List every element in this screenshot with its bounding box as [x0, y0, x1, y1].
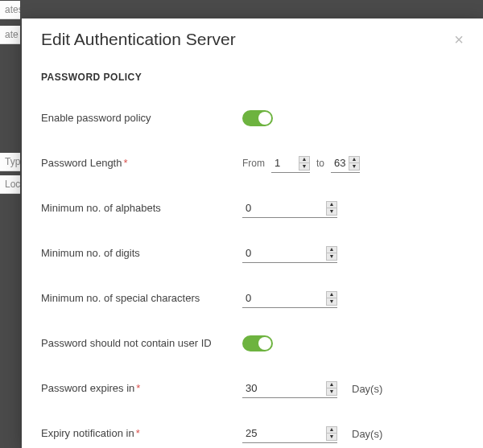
stepper-icon[interactable]: ▲▼ — [299, 156, 310, 171]
row-password-length: Password Length* From ▲▼ to ▲▼ — [41, 152, 454, 175]
input-length-to[interactable]: ▲▼ — [331, 154, 360, 173]
row-min-digits: Minimum no. of digits ▲▼ — [41, 242, 454, 265]
input-length-to-field[interactable] — [331, 155, 349, 171]
label-min-digits: Minimum no. of digits — [41, 246, 242, 261]
label-notify: Expiry notification in* — [41, 426, 242, 441]
section-title: PASSWORD POLICY — [41, 72, 454, 83]
input-min-digits-field[interactable] — [242, 245, 326, 261]
input-length-from-field[interactable] — [271, 155, 299, 171]
input-expires-field[interactable] — [242, 380, 326, 396]
row-notify: Expiry notification in* ▲▼ Day(s) — [41, 422, 454, 445]
bg-row: ate — [0, 26, 20, 44]
modal-body-wrap: PASSWORD POLICY Enable password policy P… — [22, 57, 483, 448]
required-marker: * — [123, 157, 127, 169]
bg-row: Loc — [0, 175, 20, 194]
stepper-icon[interactable]: ▲▼ — [349, 156, 360, 171]
label-password-length: Password Length* — [41, 156, 242, 171]
input-min-special-field[interactable] — [242, 290, 326, 306]
input-length-from[interactable]: ▲▼ — [271, 154, 310, 173]
row-no-userid: Password should not contain user ID — [41, 332, 454, 355]
input-notify[interactable]: ▲▼ — [242, 424, 337, 443]
label-min-special: Minimum no. of special characters — [41, 291, 242, 306]
modal-title: Edit Authentication Server — [41, 30, 236, 49]
label-from: From — [242, 158, 265, 169]
row-expires: Password expires in* ▲▼ Day(s) — [41, 377, 454, 400]
row-min-alphabets: Minimum no. of alphabets ▲▼ — [41, 197, 454, 220]
modal-body[interactable]: PASSWORD POLICY Enable password policy P… — [22, 57, 483, 448]
modal-header: Edit Authentication Server × — [22, 18, 483, 57]
input-notify-field[interactable] — [242, 425, 326, 441]
bg-row: Typ — [0, 153, 20, 171]
stepper-icon[interactable]: ▲▼ — [326, 426, 337, 441]
input-min-digits[interactable]: ▲▼ — [242, 244, 337, 263]
row-enable-policy: Enable password policy — [41, 107, 454, 129]
label-no-userid: Password should not contain user ID — [41, 336, 242, 351]
label-to: to — [316, 158, 324, 169]
label-enable-policy: Enable password policy — [41, 111, 242, 125]
input-min-alphabets[interactable]: ▲▼ — [242, 199, 337, 218]
toggle-no-userid[interactable] — [242, 335, 273, 351]
row-min-special: Minimum no. of special characters ▲▼ — [41, 287, 454, 310]
bg-row: ates — [0, 1, 20, 19]
toggle-enable-policy[interactable] — [242, 110, 273, 126]
input-min-alphabets-field[interactable] — [242, 200, 326, 216]
edit-auth-server-modal: Edit Authentication Server × PASSWORD PO… — [22, 18, 483, 448]
stepper-icon[interactable]: ▲▼ — [326, 201, 337, 216]
stepper-icon[interactable]: ▲▼ — [326, 246, 337, 261]
input-min-special[interactable]: ▲▼ — [242, 289, 337, 308]
unit-days: Day(s) — [352, 383, 382, 395]
label-min-alphabets: Minimum no. of alphabets — [41, 201, 242, 216]
label-expires: Password expires in* — [41, 381, 242, 396]
required-marker: * — [136, 382, 140, 394]
unit-days: Day(s) — [352, 428, 382, 440]
input-expires[interactable]: ▲▼ — [242, 379, 337, 398]
required-marker: * — [136, 427, 140, 439]
stepper-icon[interactable]: ▲▼ — [326, 291, 337, 306]
close-icon[interactable]: × — [454, 31, 464, 47]
stepper-icon[interactable]: ▲▼ — [326, 381, 337, 396]
